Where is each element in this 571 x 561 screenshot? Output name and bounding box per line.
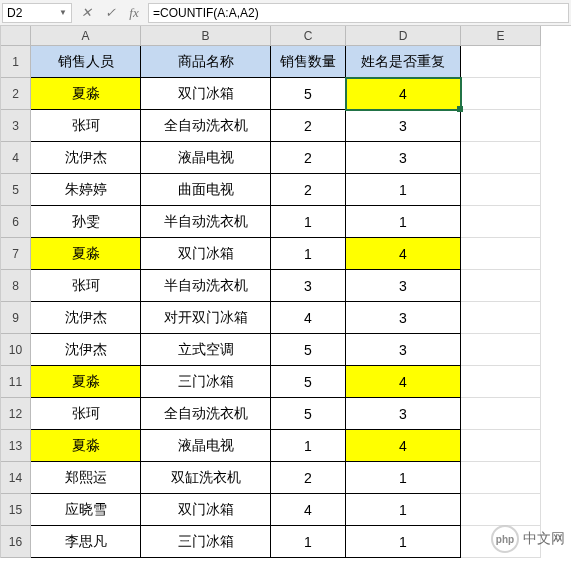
- row-header-7[interactable]: 7: [1, 238, 31, 270]
- cell-E14[interactable]: [461, 462, 541, 494]
- row-header-13[interactable]: 13: [1, 430, 31, 462]
- cell-C1[interactable]: 销售数量: [271, 46, 346, 78]
- cell-D7[interactable]: 4: [346, 238, 461, 270]
- cell-C8[interactable]: 3: [271, 270, 346, 302]
- cancel-icon[interactable]: ✕: [76, 3, 96, 23]
- cell-A14[interactable]: 郑熙运: [31, 462, 141, 494]
- cell-E3[interactable]: [461, 110, 541, 142]
- name-box[interactable]: D2 ▼: [2, 3, 72, 23]
- row-header-5[interactable]: 5: [1, 174, 31, 206]
- cell-D13[interactable]: 4: [346, 430, 461, 462]
- cell-A3[interactable]: 张珂: [31, 110, 141, 142]
- cell-B1[interactable]: 商品名称: [141, 46, 271, 78]
- cell-A6[interactable]: 孙雯: [31, 206, 141, 238]
- cell-B16[interactable]: 三门冰箱: [141, 526, 271, 558]
- cell-D8[interactable]: 3: [346, 270, 461, 302]
- select-all-corner[interactable]: [1, 26, 31, 46]
- cell-D14[interactable]: 1: [346, 462, 461, 494]
- cell-C4[interactable]: 2: [271, 142, 346, 174]
- cell-A12[interactable]: 张珂: [31, 398, 141, 430]
- cell-C7[interactable]: 1: [271, 238, 346, 270]
- row-header-12[interactable]: 12: [1, 398, 31, 430]
- cell-C9[interactable]: 4: [271, 302, 346, 334]
- cell-C11[interactable]: 5: [271, 366, 346, 398]
- cell-B11[interactable]: 三门冰箱: [141, 366, 271, 398]
- cell-C15[interactable]: 4: [271, 494, 346, 526]
- cell-C2[interactable]: 5: [271, 78, 346, 110]
- check-icon[interactable]: ✓: [100, 3, 120, 23]
- cell-A13[interactable]: 夏淼: [31, 430, 141, 462]
- cell-A11[interactable]: 夏淼: [31, 366, 141, 398]
- cell-E10[interactable]: [461, 334, 541, 366]
- cell-D4[interactable]: 3: [346, 142, 461, 174]
- cell-B6[interactable]: 半自动洗衣机: [141, 206, 271, 238]
- cell-E5[interactable]: [461, 174, 541, 206]
- cell-D15[interactable]: 1: [346, 494, 461, 526]
- cell-E13[interactable]: [461, 430, 541, 462]
- cell-A2[interactable]: 夏淼: [31, 78, 141, 110]
- cell-A9[interactable]: 沈伊杰: [31, 302, 141, 334]
- row-header-4[interactable]: 4: [1, 142, 31, 174]
- row-header-14[interactable]: 14: [1, 462, 31, 494]
- row-header-16[interactable]: 16: [1, 526, 31, 558]
- cell-A10[interactable]: 沈伊杰: [31, 334, 141, 366]
- cell-B2[interactable]: 双门冰箱: [141, 78, 271, 110]
- row-header-2[interactable]: 2: [1, 78, 31, 110]
- cell-A5[interactable]: 朱婷婷: [31, 174, 141, 206]
- cell-B3[interactable]: 全自动洗衣机: [141, 110, 271, 142]
- cell-E2[interactable]: [461, 78, 541, 110]
- col-header-D[interactable]: D: [346, 26, 461, 46]
- cell-D6[interactable]: 1: [346, 206, 461, 238]
- cell-C12[interactable]: 5: [271, 398, 346, 430]
- col-header-C[interactable]: C: [271, 26, 346, 46]
- row-header-15[interactable]: 15: [1, 494, 31, 526]
- row-header-9[interactable]: 9: [1, 302, 31, 334]
- cell-E4[interactable]: [461, 142, 541, 174]
- cell-D2[interactable]: 4: [346, 78, 461, 110]
- cell-B7[interactable]: 双门冰箱: [141, 238, 271, 270]
- cell-E1[interactable]: [461, 46, 541, 78]
- cell-B12[interactable]: 全自动洗衣机: [141, 398, 271, 430]
- cell-C3[interactable]: 2: [271, 110, 346, 142]
- cell-D3[interactable]: 3: [346, 110, 461, 142]
- cell-B14[interactable]: 双缸洗衣机: [141, 462, 271, 494]
- cell-C13[interactable]: 1: [271, 430, 346, 462]
- cell-A16[interactable]: 李思凡: [31, 526, 141, 558]
- cell-E7[interactable]: [461, 238, 541, 270]
- cell-C6[interactable]: 1: [271, 206, 346, 238]
- cell-D5[interactable]: 1: [346, 174, 461, 206]
- cell-E8[interactable]: [461, 270, 541, 302]
- chevron-down-icon[interactable]: ▼: [59, 8, 67, 17]
- cell-B4[interactable]: 液晶电视: [141, 142, 271, 174]
- col-header-B[interactable]: B: [141, 26, 271, 46]
- col-header-A[interactable]: A: [31, 26, 141, 46]
- cell-A8[interactable]: 张珂: [31, 270, 141, 302]
- row-header-3[interactable]: 3: [1, 110, 31, 142]
- cell-C5[interactable]: 2: [271, 174, 346, 206]
- cell-B10[interactable]: 立式空调: [141, 334, 271, 366]
- cell-B15[interactable]: 双门冰箱: [141, 494, 271, 526]
- cell-C14[interactable]: 2: [271, 462, 346, 494]
- cell-C16[interactable]: 1: [271, 526, 346, 558]
- row-header-8[interactable]: 8: [1, 270, 31, 302]
- cell-B5[interactable]: 曲面电视: [141, 174, 271, 206]
- cell-B9[interactable]: 对开双门冰箱: [141, 302, 271, 334]
- cell-D11[interactable]: 4: [346, 366, 461, 398]
- row-header-6[interactable]: 6: [1, 206, 31, 238]
- cell-C10[interactable]: 5: [271, 334, 346, 366]
- cell-D1[interactable]: 姓名是否重复: [346, 46, 461, 78]
- row-header-11[interactable]: 11: [1, 366, 31, 398]
- cell-A7[interactable]: 夏淼: [31, 238, 141, 270]
- cell-E15[interactable]: [461, 494, 541, 526]
- spreadsheet-grid[interactable]: ABCDE1销售人员商品名称销售数量姓名是否重复2夏淼双门冰箱543张珂全自动洗…: [0, 26, 571, 558]
- formula-input[interactable]: =COUNTIF(A:A,A2): [148, 3, 569, 23]
- row-header-10[interactable]: 10: [1, 334, 31, 366]
- col-header-E[interactable]: E: [461, 26, 541, 46]
- cell-A4[interactable]: 沈伊杰: [31, 142, 141, 174]
- cell-B8[interactable]: 半自动洗衣机: [141, 270, 271, 302]
- cell-A15[interactable]: 应晓雪: [31, 494, 141, 526]
- cell-E9[interactable]: [461, 302, 541, 334]
- cell-E6[interactable]: [461, 206, 541, 238]
- cell-D12[interactable]: 3: [346, 398, 461, 430]
- cell-D10[interactable]: 3: [346, 334, 461, 366]
